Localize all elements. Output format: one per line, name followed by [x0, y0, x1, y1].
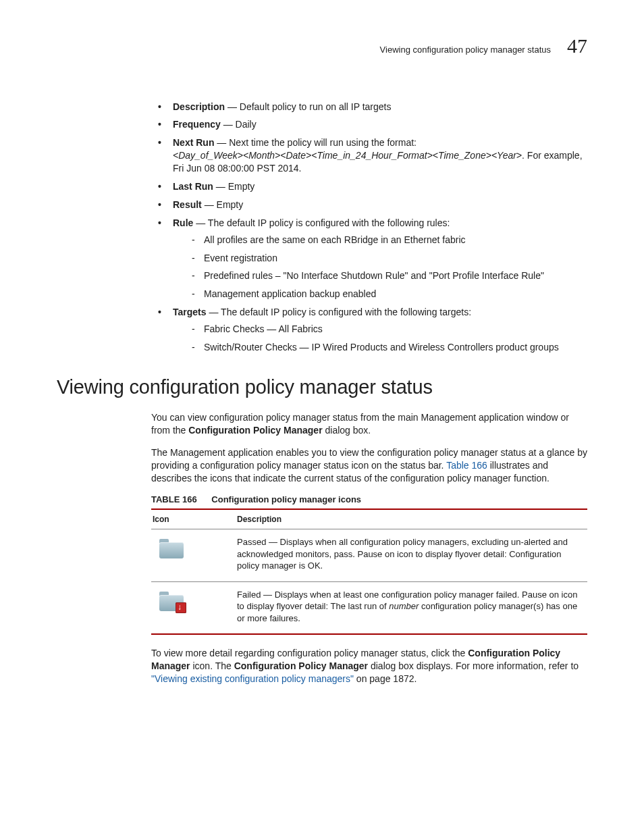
bullet-description: Description — Default policy to run on a… [158, 101, 587, 113]
rule-item: Management application backup enabled [192, 288, 587, 301]
lead: — The default IP policy is configured wi… [193, 217, 450, 228]
table-row: Passed — Displays when all configuration… [151, 529, 587, 582]
folder-failed-icon [159, 592, 184, 610]
lead: — The default IP policy is configured wi… [207, 307, 471, 317]
icon-cell [151, 581, 236, 634]
table-header-row: Icon Description [151, 509, 587, 529]
bullet-last-run: Last Run — Empty [158, 180, 587, 193]
section-heading: Viewing configuration policy manager sta… [57, 374, 587, 400]
term: Result [173, 199, 202, 210]
term: Targets [173, 307, 207, 317]
chapter-number: 47 [567, 32, 587, 60]
text: To view more detail regarding configurat… [151, 648, 468, 658]
running-header: Viewing configuration policy manager sta… [57, 32, 587, 60]
lead: — Next time the policy will run using th… [214, 137, 417, 148]
bullet-rule: Rule — The default IP policy is configur… [158, 217, 587, 301]
text: — Default policy to run on all IP target… [225, 101, 391, 112]
policy-attributes-list: Description — Default policy to run on a… [158, 101, 587, 354]
bullet-result: Result — Empty [158, 199, 587, 211]
icon-cell [151, 529, 236, 582]
targets-sublist: Fabric Checks — All Fabrics Switch/Route… [173, 323, 587, 354]
rule-sublist: All profiles are the same on each RBridg… [173, 234, 587, 301]
intro-paragraph-2: The Management application enables you t… [151, 446, 587, 485]
intro-paragraph-1: You can view configuration policy manage… [151, 411, 587, 437]
dialog-name: Configuration Policy Manager [234, 660, 368, 671]
desc-cell: Failed — Displays when at least one conf… [236, 581, 587, 634]
rule-item: Event registration [192, 252, 587, 265]
table-label: TABLE 166 [151, 494, 197, 504]
text: on page 1872. [354, 673, 417, 684]
cross-reference-link[interactable]: "Viewing existing configuration policy m… [151, 673, 354, 684]
rule-item: Predefined rules – "No Interface Shutdow… [192, 269, 587, 282]
rule-item: All profiles are the same on each RBridg… [192, 234, 587, 246]
document-page: { "header": { "running_title": "Viewing … [0, 0, 644, 834]
running-header-title: Viewing configuration policy manager sta… [380, 44, 551, 56]
col-header-icon: Icon [151, 509, 236, 529]
bullet-targets: Targets — The default IP policy is confi… [158, 306, 587, 354]
text: icon. The [190, 660, 234, 671]
after-table-paragraph: To view more detail regarding configurat… [151, 647, 587, 685]
bullet-frequency: Frequency — Daily [158, 118, 587, 131]
folder-passed-icon [159, 539, 184, 558]
dialog-name: Configuration Policy Manager [188, 425, 322, 436]
term: Description [173, 101, 225, 112]
icons-table: Icon Description Passed — Displays when … [151, 509, 587, 635]
term: Next Run [173, 137, 214, 148]
format-string: <Day_of_Week><Month><Date><Time_in_24_Ho… [173, 150, 522, 161]
term: Last Run [173, 181, 213, 192]
text: dialog box. [323, 425, 371, 436]
col-header-desc: Description [236, 509, 587, 529]
desc-cell: Passed — Displays when all configuration… [236, 529, 587, 582]
table-cross-reference-link[interactable]: Table 166 [446, 460, 487, 471]
italic-text: number [389, 601, 419, 611]
bullet-next-run: Next Run — Next time the policy will run… [158, 136, 587, 175]
text: — Empty [202, 199, 243, 210]
text: dialog box displays. For more informatio… [368, 660, 579, 671]
table-caption: TABLE 166 Configuration policy manager i… [151, 494, 587, 506]
text: — Empty [213, 181, 254, 192]
term: Frequency [173, 119, 221, 130]
target-item: Switch/Router Checks — IP Wired Products… [192, 341, 587, 354]
term: Rule [173, 217, 193, 228]
table-title: Configuration policy manager icons [211, 494, 361, 504]
table-row: Failed — Displays when at least one conf… [151, 581, 587, 634]
text: — Daily [221, 119, 257, 130]
target-item: Fabric Checks — All Fabrics [192, 323, 587, 336]
